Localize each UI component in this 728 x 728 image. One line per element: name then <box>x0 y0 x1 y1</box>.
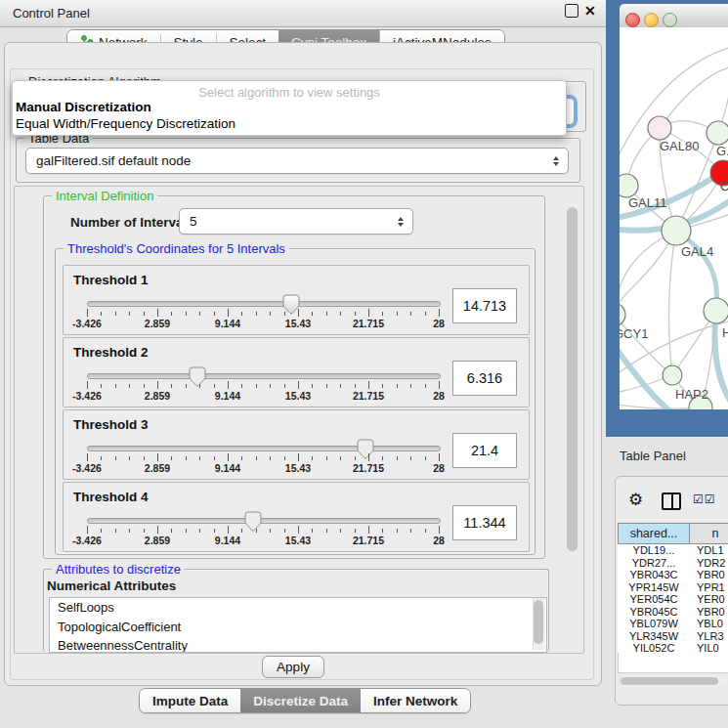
tick-mark <box>214 312 215 316</box>
table-data-combobox[interactable]: galFiltered.sif default node <box>25 148 569 174</box>
tick-label: 21.715 <box>353 535 384 546</box>
threshold-4-value-field[interactable]: 11.344 <box>452 505 517 540</box>
tick-mark <box>439 453 440 461</box>
threshold-1-value-field[interactable]: 14.713 <box>452 288 517 323</box>
number-of-intervals-combobox[interactable]: 5 <box>179 208 413 235</box>
table-row[interactable]: YLR345WYLR3 <box>618 630 728 643</box>
threshold-4-label: Threshold 4 <box>73 490 149 504</box>
tick-mark <box>270 312 271 316</box>
tick-mark <box>382 529 383 533</box>
tick-label: 2.859 <box>145 390 170 402</box>
tick-mark <box>87 309 88 317</box>
tick-label: 2.859 <box>145 462 170 474</box>
tick-mark <box>171 384 172 388</box>
dropdown-hint: Select algorithm to view settings <box>13 85 566 100</box>
network-window-titlebar[interactable] <box>620 4 728 28</box>
threshold-4-slider[interactable] <box>87 518 441 524</box>
tab-discretize-data[interactable]: Discretize Data <box>240 689 361 712</box>
tick-mark <box>157 381 158 389</box>
node-gcy1[interactable] <box>620 303 625 326</box>
threshold-1-label: Threshold 1 <box>73 273 149 287</box>
table-hscrollbar-thumb[interactable] <box>621 677 718 685</box>
tick-mark <box>171 456 172 460</box>
split-view-icon[interactable] <box>662 492 681 510</box>
tick-label: 28 <box>433 390 445 402</box>
threshold-3-value-field[interactable]: 21.4 <box>452 433 517 468</box>
tick-mark <box>298 526 299 534</box>
tick-label: 15.43 <box>285 318 311 329</box>
table-row[interactable]: YBL079WYBL0 <box>618 618 728 630</box>
tick-mark <box>340 456 341 460</box>
tick-mark <box>410 384 411 388</box>
node-label-hap2: HAP2 <box>675 387 708 402</box>
table-row[interactable]: YBR043CYBR0 <box>618 569 728 581</box>
threshold-2-label: Threshold 2 <box>73 345 149 360</box>
apply-button[interactable]: Apply <box>262 656 324 678</box>
minimize-traffic-light-icon[interactable] <box>644 13 659 27</box>
close-icon[interactable]: ✕ <box>584 3 596 19</box>
table-row[interactable]: YDL19...YDL1 <box>618 544 728 557</box>
zoom-traffic-light-icon[interactable] <box>663 13 677 27</box>
attribute-item[interactable]: TopologicalCoefficient <box>50 618 546 637</box>
node-gal11[interactable] <box>620 174 638 197</box>
table-row[interactable]: YPR145WYPR1 <box>618 581 728 594</box>
tick-mark <box>144 384 145 388</box>
threshold-1-panel: Threshold 1 -3.4262.8599.14415.4321.7152… <box>63 265 530 335</box>
vertical-scrollbar-thumb[interactable] <box>567 207 578 551</box>
tab-discretize-data-label: Discretize Data <box>253 694 348 708</box>
table-row[interactable]: YIL052CYIL0 <box>618 642 728 653</box>
float-window-icon[interactable] <box>565 4 578 18</box>
tick-mark <box>425 312 426 316</box>
tick-mark <box>340 384 341 388</box>
tick-mark <box>382 456 383 460</box>
tick-mark <box>256 529 257 533</box>
slider-tick-labels: -3.4262.8599.14415.4321.71528 <box>87 462 439 474</box>
dropdown-option-manual-discretization[interactable]: Manual Discretization <box>16 100 151 114</box>
close-traffic-light-icon[interactable] <box>625 13 640 27</box>
table-row[interactable]: YBR045CYBR0 <box>618 606 728 619</box>
network-nodes <box>620 116 728 409</box>
node-right-mid[interactable] <box>704 298 728 323</box>
network-view-canvas[interactable]: GAL80 G. C GAL11 GAL4 GCY1 H HAP2 <box>620 27 728 409</box>
tick-mark <box>214 384 215 388</box>
node-gal4[interactable] <box>662 216 691 245</box>
tick-mark <box>186 384 187 388</box>
column-header-shared-name[interactable]: shared... <box>618 523 690 544</box>
algorithm-dropdown-popup: Select algorithm to view settings Manual… <box>12 80 567 136</box>
dropdown-option-equal-width-frequency[interactable]: Equal Width/Frequency Discretization <box>16 116 236 131</box>
tick-mark <box>87 526 88 534</box>
tick-mark <box>186 312 187 316</box>
table-cell: YBR0 <box>690 606 725 618</box>
tick-mark <box>144 529 145 533</box>
tick-label: 21.715 <box>353 462 384 474</box>
threshold-3-slider[interactable] <box>87 446 441 451</box>
column-header-name[interactable]: n <box>689 523 728 544</box>
tick-mark <box>298 381 299 389</box>
attribute-item[interactable]: BetweennessCentrality <box>50 636 546 653</box>
node-hap2[interactable] <box>663 365 682 385</box>
list-scrollbar-thumb[interactable] <box>534 600 543 644</box>
threshold-2-slider[interactable] <box>87 373 441 379</box>
column-checkboxes-icon[interactable]: ☑☑ <box>693 492 716 506</box>
tab-impute-data[interactable]: Impute Data <box>140 689 240 712</box>
tick-mark <box>256 456 257 460</box>
table-row[interactable]: YDR27...YDR2 <box>618 557 728 570</box>
tick-label: 2.859 <box>145 318 170 329</box>
threshold-2-value-field[interactable]: 6.316 <box>452 361 517 396</box>
node-gal80[interactable] <box>648 116 671 140</box>
tick-mark <box>186 529 187 533</box>
node-partial-top-right[interactable] <box>707 121 728 145</box>
tick-mark <box>101 312 102 316</box>
attribute-item[interactable]: SelfLoops <box>50 598 546 618</box>
tick-mark <box>115 529 116 533</box>
tick-mark <box>101 384 102 388</box>
combo-stepper-icon <box>398 217 404 227</box>
table-cell: YIL052C <box>618 642 690 653</box>
tick-mark <box>270 384 271 388</box>
table-row[interactable]: YER054CYER0 <box>618 593 728 606</box>
gear-icon[interactable]: ⚙ <box>628 490 643 510</box>
tick-mark <box>368 309 369 317</box>
tick-label: 15.43 <box>285 462 311 474</box>
tab-infer-network[interactable]: Infer Network <box>361 689 470 712</box>
threshold-1-slider[interactable] <box>87 301 441 307</box>
